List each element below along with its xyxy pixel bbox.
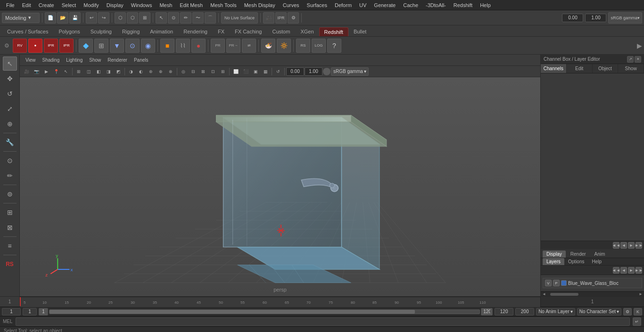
shelf-icon-pr1[interactable]: PR — [211, 39, 225, 53]
timeline-ruler[interactable]: 5 10 15 20 25 30 35 40 45 50 55 60 65 70… — [20, 297, 540, 307]
timeline[interactable]: 5 10 15 20 25 30 35 40 45 50 55 60 65 70… — [20, 297, 540, 307]
vp-film-icon[interactable]: 📷 — [32, 67, 41, 76]
shelf-tab-fxcaching[interactable]: FX Caching — [230, 27, 267, 36]
shelf-icon-sphere2[interactable]: ◉ — [141, 39, 155, 53]
menu-redshift[interactable]: Redshift — [450, 1, 476, 9]
new-file-btn[interactable]: 📄 — [45, 12, 56, 24]
soft-select-left[interactable]: ⊚ — [3, 187, 17, 201]
shelf-tab-custom[interactable]: Custom — [267, 27, 296, 36]
shelf-tab-animation[interactable]: Animation — [145, 27, 178, 36]
right-panel-close-btn[interactable]: ✕ — [635, 56, 641, 63]
vp-select-icon[interactable]: ↖ — [61, 67, 71, 76]
last-manip-left[interactable]: ⊕ — [3, 117, 17, 131]
scale-tool-left[interactable]: ⤢ — [3, 102, 17, 116]
vp-anim-icon[interactable]: ▶ — [41, 67, 51, 76]
pos-y-field[interactable] — [585, 14, 606, 22]
layer-arrow-3[interactable]: ► — [628, 242, 635, 249]
anim-layer-dropdown[interactable]: No Anim Layer ▾ — [536, 308, 575, 316]
vp-ao-icon[interactable]: ◐ — [136, 67, 146, 76]
ipr-btn[interactable]: IPR — [275, 12, 287, 24]
menu-cache[interactable]: Cache — [400, 1, 421, 9]
vp-colorspace-dropdown[interactable]: sRGB gamma ▾ — [331, 67, 369, 76]
layer-arrow-right-right[interactable]: ►► — [636, 267, 642, 274]
menu-edit-mesh[interactable]: Edit Mesh — [176, 1, 206, 9]
menu-create[interactable]: Create — [35, 1, 58, 9]
shelf-icon-rs1[interactable]: RV — [13, 39, 27, 53]
menu-help[interactable]: Help — [477, 1, 494, 9]
pos-x-field[interactable] — [562, 14, 583, 22]
save-file-btn[interactable]: 💾 — [69, 12, 81, 24]
redo-btn[interactable]: ↪ — [98, 12, 109, 24]
manip-custom-left[interactable]: 🔧 — [3, 135, 17, 149]
char-set-dropdown[interactable]: No Character Set ▾ — [577, 308, 621, 316]
vp-solid-icon[interactable]: ◧ — [94, 67, 103, 76]
shelf-tab-bullet[interactable]: Bullet — [348, 27, 372, 36]
vp-rotate-icon[interactable]: ↺ — [273, 67, 283, 76]
shelf-icon-diamond[interactable]: ◆ — [79, 39, 93, 53]
shelf-icon-sphere[interactable]: ⊙ — [125, 39, 140, 53]
layer-vis-p[interactable]: P — [553, 280, 560, 286]
layer-item-blue-wave[interactable]: V P Blue_Wave_Glass_Bloc — [543, 278, 642, 288]
move-tool-left[interactable]: ✥ — [3, 72, 17, 86]
menu-generate[interactable]: Generate — [371, 1, 399, 9]
mel-enter-btn[interactable]: ↵ — [633, 317, 641, 326]
mel-input[interactable] — [16, 317, 630, 326]
sub-tab-anim[interactable]: Anim — [591, 251, 609, 258]
menu-file[interactable]: File — [3, 1, 18, 9]
sub-tab-help-layers[interactable]: Help — [588, 258, 605, 265]
vp-snap2-icon[interactable]: ⊡ — [208, 67, 218, 76]
shelf-icon-rs6[interactable]: RS — [296, 39, 310, 53]
menu-select[interactable]: Select — [58, 1, 80, 9]
right-tab-show[interactable]: Show — [618, 64, 644, 73]
shelf-icon-circle[interactable]: ● — [191, 39, 206, 53]
layer-arrow-2[interactable]: ◄ — [620, 242, 627, 249]
shelf-icon-pr2[interactable]: PR→ — [226, 39, 240, 53]
undo-btn[interactable]: ↩ — [86, 12, 97, 24]
vp-dof-icon[interactable]: ⊕ — [156, 67, 165, 76]
lasso-btn[interactable]: ⊙ — [168, 12, 179, 24]
shelf-icon-rs4[interactable]: IPR — [59, 39, 74, 53]
menu-mesh-tools[interactable]: Mesh Tools — [207, 1, 239, 9]
vp-snap-icon[interactable]: 📍 — [51, 67, 61, 76]
shelf-tab-curves-surfaces[interactable]: Curves / Surfaces — [2, 27, 53, 36]
shelf-icon-wave[interactable]: ⌇⌇ — [176, 39, 190, 53]
render-view-btn[interactable]: 🎥 — [263, 12, 274, 24]
vp-wireframe-icon[interactable]: ⊞ — [74, 67, 83, 76]
hscroll-thumb[interactable] — [550, 293, 578, 296]
menu-windows[interactable]: Windows — [128, 1, 156, 9]
open-file-btn[interactable]: 📂 — [57, 12, 68, 24]
shelf-icon-rs5[interactable]: 🔆 — [277, 39, 291, 53]
vp-camera-icon[interactable]: 🎥 — [22, 67, 31, 76]
layer-arrow-1[interactable]: ◄◄ — [613, 242, 619, 249]
vp-color-mgmt-icon[interactable] — [323, 68, 330, 75]
colorspace-btn[interactable]: sRGB gamma ▾ — [608, 12, 642, 24]
viewport-canvas[interactable]: x y z persp — [20, 77, 540, 296]
select-obj-btn[interactable]: ⬡ — [115, 12, 126, 24]
max-range-field[interactable] — [515, 308, 534, 316]
vp-region-icon[interactable]: ▦ — [261, 67, 270, 76]
rotate-tool-left[interactable]: ↺ — [3, 87, 17, 101]
curve-btn[interactable]: ⌒ — [205, 12, 216, 24]
select-tool-left[interactable]: ↖ — [3, 57, 17, 71]
shelf-icon-grid[interactable]: ⊞ — [94, 39, 108, 53]
sub-tab-render[interactable]: Render — [567, 251, 590, 258]
sub-tab-layers[interactable]: Layers — [543, 258, 564, 265]
vp-resolution-icon[interactable]: ⊞ — [218, 67, 228, 76]
paint-btn[interactable]: ✏ — [180, 12, 191, 24]
vp-hud-icon[interactable]: ⊗ — [166, 67, 175, 76]
vp-menu-lighting[interactable]: Lighting — [63, 57, 85, 64]
shelf-scroll-arrow[interactable]: ▶ — [637, 42, 642, 49]
shelf-icon-pr3[interactable]: ⇌ — [242, 39, 256, 53]
snap-view-left[interactable]: ⊠ — [3, 220, 17, 235]
menu-deform[interactable]: Deform — [331, 1, 355, 9]
menu-modify[interactable]: Modify — [80, 1, 102, 9]
right-tab-object[interactable]: Object — [593, 64, 619, 73]
vp-menu-shading[interactable]: Shading — [40, 57, 63, 64]
range-start-field[interactable] — [23, 308, 37, 316]
vp-menu-renderer[interactable]: Renderer — [105, 57, 130, 64]
range-slider-end[interactable] — [481, 308, 493, 316]
range-slider[interactable] — [49, 309, 480, 314]
snap-live-btn[interactable]: No Live Surface — [221, 12, 258, 24]
menu-3dtool[interactable]: -3DtoAll- — [422, 1, 449, 9]
shelf-icon-cube-orange[interactable]: ■ — [160, 39, 174, 53]
